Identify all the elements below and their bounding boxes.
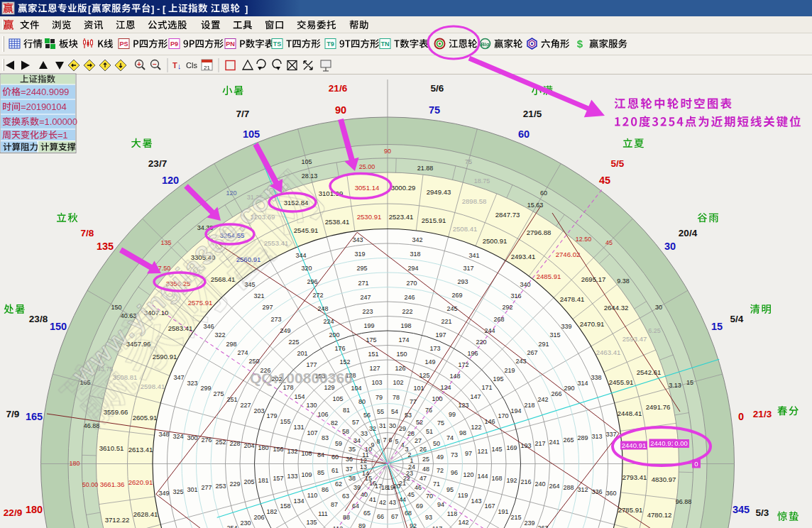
- svg-text:0: 0: [694, 460, 698, 468]
- svg-text:2440.91: 2440.91: [622, 441, 647, 449]
- svg-text:2440.91: 2440.91: [650, 439, 675, 447]
- svg-text:0.00: 0.00: [674, 439, 688, 447]
